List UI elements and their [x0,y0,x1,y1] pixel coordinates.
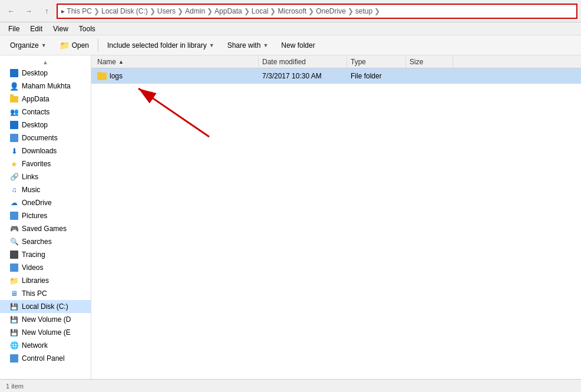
sidebar-item-appdata[interactable]: AppData [0,93,91,106]
tracing-icon [9,250,19,259]
sidebar-item-searches[interactable]: 🔍 Searches [0,235,91,248]
sidebar-label-documents: Documents [22,134,58,142]
include-library-label: Include selected folder in library [107,41,207,50]
toolbar-separator [98,39,98,52]
sidebar-item-music[interactable]: ♫ Music [0,183,91,196]
path-segment-7[interactable]: Microsoft [278,7,306,15]
col-header-type[interactable]: Type [347,55,406,68]
up-button[interactable]: ↑ [39,4,54,19]
toolbar: Organize ▼ 📁 Open Include selected folde… [0,35,581,55]
col-type-label: Type [351,58,366,66]
sidebar-label-onedrive: OneDrive [22,199,52,207]
contacts-icon: 👥 [9,107,19,117]
menu-edit[interactable]: Edit [25,24,47,34]
file-row-logs[interactable]: logs 7/3/2017 10:30 AM File folder [91,68,581,84]
sidebar-item-favorites[interactable]: ★ Favorites [0,157,91,170]
sidebar-item-tracing[interactable]: Tracing [0,248,91,261]
address-bar[interactable]: ▸ This PC ❯ Local Disk (C:) ❯ Users ❯ Ad… [57,4,577,19]
desktop-icon [9,68,19,78]
appdata-folder-icon [9,94,19,104]
sidebar-item-newvol-e[interactable]: 💾 New Volume (E [0,326,91,339]
sidebar-label-libraries: Libraries [22,276,49,285]
share-with-chevron: ▼ [263,42,268,48]
sidebar-item-desktop[interactable]: Desktop [0,67,91,80]
sidebar-label-newvol-e: New Volume (E [22,328,71,337]
menu-tools[interactable]: Tools [74,24,100,34]
path-segment-8[interactable]: OneDrive [316,7,346,15]
new-folder-label: New folder [281,41,315,50]
sidebar-item-newvol-d[interactable]: 💾 New Volume (D [0,313,91,326]
sidebar-label-links: Links [22,173,38,181]
include-library-button[interactable]: Include selected folder in library ▼ [102,38,220,53]
libraries-icon: 📁 [9,276,19,285]
path-segment-1[interactable]: This PC [67,7,92,15]
pictures-icon [9,211,19,220]
sidebar-label-network: Network [22,341,48,350]
searches-icon: 🔍 [9,237,19,246]
organize-button[interactable]: Organize ▼ [5,38,52,53]
file-name-cell: logs [94,72,259,80]
col-size-label: Size [410,58,423,66]
path-segment-2[interactable]: Local Disk (C:) [101,7,148,15]
path-segment-3[interactable]: Users [157,7,176,15]
favorites-icon: ★ [9,159,19,169]
sidebar-item-documents[interactable]: Documents [0,131,91,144]
organize-label: Organize [10,41,39,50]
menu-file[interactable]: File [4,24,24,34]
sidebar-label-localdisk: Local Disk (C:) [22,302,68,311]
sidebar-item-libraries[interactable]: 📁 Libraries [0,274,91,287]
sidebar-item-contacts[interactable]: 👥 Contacts [0,106,91,118]
sidebar-item-pictures[interactable]: Pictures [0,209,91,222]
new-folder-button[interactable]: New folder [276,38,320,53]
sidebar-label-contacts: Contacts [22,108,49,116]
sidebar-item-localdisk[interactable]: 💾 Local Disk (C:) [0,300,91,313]
sidebar-label-appdata: AppData [22,95,49,103]
open-label: Open [72,41,89,50]
sidebar-label-desktop2: Desktop [22,121,48,129]
path-segment-4[interactable]: Admin [185,7,205,15]
share-with-button[interactable]: Share with ▼ [222,38,274,53]
path-segment-6[interactable]: Local [252,7,269,15]
savedgames-icon: 🎮 [9,224,19,233]
downloads-icon: ⬇ [9,146,19,156]
sidebar-label-downloads: Downloads [22,147,57,155]
sidebar: ▲ Desktop 👤 Maham Mukhta AppData 👥 Conta [0,55,91,379]
sort-indicator: ▲ [118,59,124,65]
sidebar-item-links[interactable]: 🔗 Links [0,170,91,183]
sidebar-label-favorites: Favorites [22,160,51,168]
sidebar-item-thispc[interactable]: 🖥 This PC [0,287,91,300]
col-header-name[interactable]: Name ▲ [94,55,259,68]
links-icon: 🔗 [9,172,19,182]
main-area: ▲ Desktop 👤 Maham Mukhta AppData 👥 Conta [0,55,581,379]
file-name-label: logs [110,72,123,80]
back-button[interactable]: ← [4,4,19,19]
menu-view[interactable]: View [48,24,73,34]
sidebar-item-network[interactable]: 🌐 Network [0,339,91,352]
sidebar-label-searches: Searches [22,238,52,246]
path-segment-9[interactable]: setup [355,7,372,15]
file-type-cell: File folder [347,72,406,80]
organize-chevron: ▼ [41,42,47,48]
network-icon: 🌐 [9,341,19,350]
sidebar-item-videos[interactable]: Videos [0,261,91,274]
sidebar-item-user[interactable]: 👤 Maham Mukhta [0,80,91,93]
col-header-date[interactable]: Date modified [259,55,347,68]
sidebar-item-onedrive[interactable]: ☁ OneDrive [0,196,91,209]
sidebar-item-desktop2[interactable]: Desktop [0,118,91,131]
onedrive-icon: ☁ [9,198,19,207]
forward-button[interactable]: → [21,4,37,19]
sidebar-label-controlpanel: Control Panel [22,354,65,363]
documents-icon [9,133,19,143]
column-headers: Name ▲ Date modified Type Size [91,55,581,68]
sidebar-item-savedgames[interactable]: 🎮 Saved Games [0,222,91,235]
newvol-e-icon: 💾 [9,328,19,337]
col-header-size[interactable]: Size [406,55,453,68]
sidebar-item-downloads[interactable]: ⬇ Downloads [0,144,91,157]
open-icon: 📁 [60,41,70,50]
svg-line-1 [138,88,209,137]
address-bar-container: ← → ↑ ▸ This PC ❯ Local Disk (C:) ❯ User… [0,0,581,22]
open-button[interactable]: 📁 Open [54,38,94,53]
sidebar-label-videos: Videos [22,263,43,272]
sidebar-item-controlpanel[interactable]: Control Panel [0,352,91,365]
path-segment-5[interactable]: AppData [214,7,242,15]
